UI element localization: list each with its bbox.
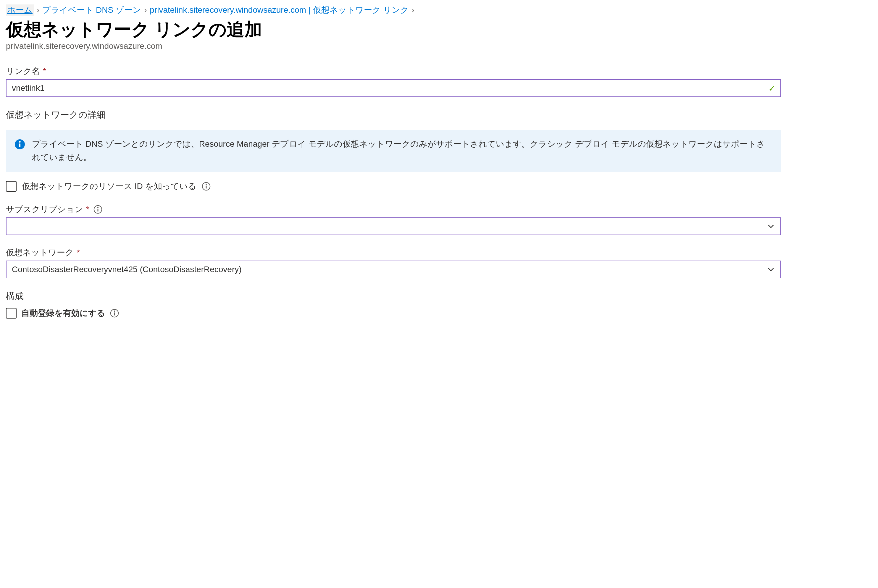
info-icon	[15, 139, 25, 149]
svg-point-11	[114, 310, 115, 312]
subscription-select[interactable]	[6, 218, 781, 235]
svg-point-2	[19, 141, 21, 143]
link-name-input[interactable]	[6, 79, 781, 97]
svg-rect-10	[114, 312, 115, 315]
help-icon[interactable]	[93, 205, 102, 214]
chevron-right-icon: ›	[144, 5, 147, 15]
breadcrumb: ホーム › プライベート DNS ゾーン › privatelink.siter…	[6, 4, 872, 16]
info-text: プライベート DNS ゾーンとのリンクでは、Resource Manager デ…	[32, 138, 772, 164]
chevron-down-icon	[767, 222, 775, 230]
valid-check-icon: ✓	[768, 83, 776, 93]
help-icon[interactable]	[110, 309, 119, 318]
auto-registration-label: 自動登録を有効にする	[21, 308, 105, 319]
required-indicator: *	[43, 66, 46, 76]
subscription-value	[6, 218, 780, 234]
breadcrumb-dns-zones[interactable]: プライベート DNS ゾーン	[42, 4, 141, 16]
svg-rect-4	[206, 186, 207, 188]
config-heading: 構成	[6, 290, 781, 302]
know-resource-id-row: 仮想ネットワークのリソース ID を知っている	[6, 181, 781, 192]
svg-point-8	[97, 207, 99, 208]
know-resource-id-label: 仮想ネットワークのリソース ID を知っている	[22, 181, 197, 192]
link-name-label: リンク名*	[6, 66, 781, 77]
svg-rect-7	[97, 208, 98, 212]
vnet-value: ContosoDisasterRecoveryvnet425 (ContosoD…	[6, 261, 780, 278]
chevron-down-icon	[767, 265, 775, 274]
know-resource-id-checkbox[interactable]	[6, 181, 17, 192]
chevron-right-icon: ›	[412, 5, 414, 15]
required-indicator: *	[86, 205, 89, 214]
help-icon[interactable]	[202, 182, 211, 191]
vnet-details-heading: 仮想ネットワークの詳細	[6, 109, 781, 121]
info-box: プライベート DNS ゾーンとのリンクでは、Resource Manager デ…	[6, 130, 781, 172]
page-subtitle: privatelink.siterecovery.windowsazure.co…	[6, 41, 872, 51]
vnet-label: 仮想ネットワーク*	[6, 247, 781, 258]
vnet-select[interactable]: ContosoDisasterRecoveryvnet425 (ContosoD…	[6, 261, 781, 278]
auto-registration-checkbox[interactable]	[6, 308, 17, 318]
auto-registration-row: 自動登録を有効にする	[6, 308, 781, 319]
svg-rect-1	[19, 144, 20, 147]
required-indicator: *	[77, 248, 80, 257]
chevron-right-icon: ›	[37, 5, 39, 15]
breadcrumb-zone[interactable]: privatelink.siterecovery.windowsazure.co…	[150, 4, 408, 16]
subscription-label: サブスクリプション*	[6, 204, 781, 215]
breadcrumb-home[interactable]: ホーム	[6, 4, 34, 16]
svg-point-5	[206, 183, 207, 184]
page-title: 仮想ネットワーク リンクの追加	[6, 19, 872, 40]
